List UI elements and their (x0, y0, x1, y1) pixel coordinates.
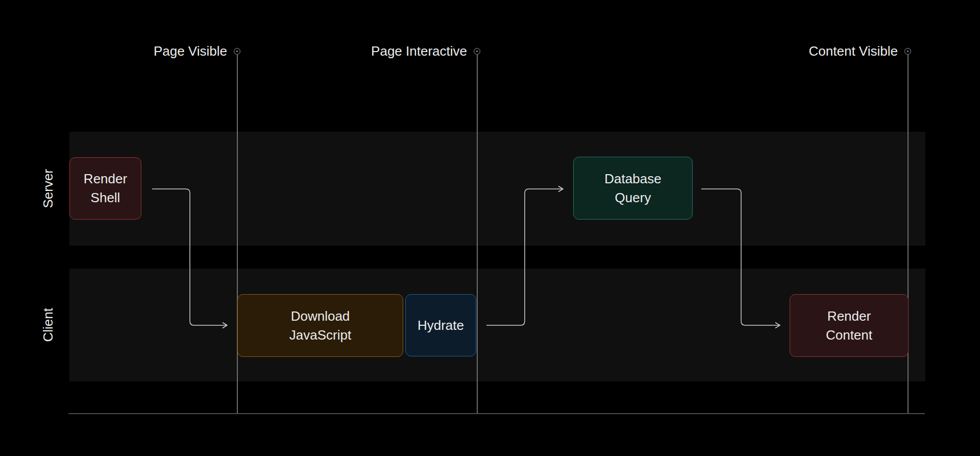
milestone-label-page-visible: Page Visible (154, 43, 227, 59)
node-render-content-label: Render Content (811, 307, 888, 345)
node-hydrate: Hydrate (405, 294, 476, 356)
dot (907, 51, 909, 52)
circled-dot-icon (474, 48, 480, 55)
rendering-timeline-diagram: Server Client Page Visible Page Interact… (0, 0, 980, 456)
connector-hydrate-to-database-query (486, 189, 562, 325)
dot (476, 51, 478, 52)
connector-render-shell-to-download-javascript (152, 189, 227, 325)
node-render-shell: Render Shell (69, 157, 141, 220)
milestone-content-visible: Content Visible (809, 43, 911, 59)
circled-dot-icon (234, 48, 240, 55)
milestone-page-interactive: Page Interactive (371, 43, 480, 59)
node-download-javascript-label: Download JavaScript (272, 307, 369, 345)
connector-database-query-to-render-content (701, 189, 779, 325)
circled-dot-icon (904, 48, 911, 55)
dot (236, 51, 238, 52)
milestone-page-visible: Page Visible (154, 43, 240, 59)
node-render-shell-label: Render Shell (70, 170, 141, 207)
node-hydrate-label: Hydrate (418, 316, 464, 335)
node-download-javascript: Download JavaScript (237, 294, 403, 357)
milestone-label-content-visible: Content Visible (809, 43, 898, 59)
flow-connectors (0, 0, 980, 456)
node-render-content: Render Content (790, 294, 909, 357)
node-database-query: Database Query (573, 157, 693, 220)
milestone-label-page-interactive: Page Interactive (371, 43, 467, 59)
node-database-query-label: Database Query (595, 170, 671, 207)
